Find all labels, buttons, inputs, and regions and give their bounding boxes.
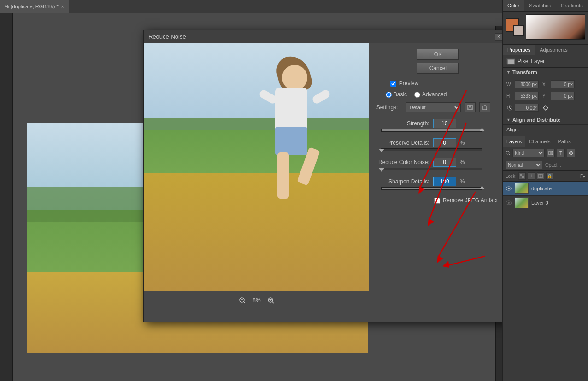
properties-tab[interactable]: Properties — [503, 45, 535, 55]
document-tab[interactable]: % (duplicate, RGB/8#) * × — [0, 0, 69, 13]
lock-all[interactable]: 🔒 — [546, 172, 553, 180]
mode-row: Basic Advanced — [386, 91, 500, 98]
layers-tab-paths[interactable]: Paths — [554, 136, 575, 147]
advanced-mode-label[interactable]: Advanced — [414, 91, 447, 98]
layer-name-duplicate: duplicate — [531, 186, 552, 191]
adjustments-tab[interactable]: Adjustments — [535, 45, 572, 55]
layers-filter-type[interactable] — [567, 149, 575, 157]
preserve-slider-thumb[interactable] — [379, 149, 384, 152]
layer-visibility-duplicate[interactable] — [506, 185, 512, 192]
color-tab-gradients[interactable]: Gradients — [556, 0, 588, 11]
layers-tab-channels[interactable]: Channels — [525, 136, 554, 147]
layers-tab-layers[interactable]: Layers — [503, 136, 525, 147]
preserve-slider[interactable] — [381, 148, 482, 151]
cancel-button[interactable]: Cancel — [417, 63, 459, 74]
color-noise-label: Reduce Color Noise: — [376, 159, 429, 165]
color-noise-slider[interactable] — [381, 168, 482, 170]
layers-filter-adjust[interactable]: T — [557, 149, 565, 157]
search-icon — [506, 151, 511, 156]
svg-rect-30 — [520, 174, 522, 176]
sharpen-slider[interactable] — [381, 187, 482, 190]
action-buttons: OK Cancel — [376, 49, 500, 74]
lock-row: Lock: ✛ 🔒 F▸ — [503, 171, 588, 182]
blend-mode-select[interactable]: Normal — [506, 161, 542, 169]
tab-close-icon[interactable]: × — [61, 4, 64, 9]
strength-input[interactable]: 10 — [433, 119, 456, 128]
x-input[interactable] — [551, 80, 575, 88]
height-input[interactable] — [515, 92, 539, 100]
preserve-input[interactable] — [433, 138, 456, 147]
dialog-title: Reduce Noise — [148, 33, 186, 40]
preserve-label-row: Preserve Details: % — [376, 138, 500, 147]
layer-visibility-layer0[interactable] — [506, 199, 512, 206]
fill-label[interactable]: F▸ — [580, 172, 585, 180]
background-swatch[interactable] — [513, 25, 524, 36]
color-noise-unit: % — [460, 159, 465, 165]
preserve-unit: % — [460, 140, 465, 146]
transform-section-header[interactable]: ▼ Transform — [503, 68, 588, 77]
strength-slider-thumb[interactable] — [479, 128, 485, 131]
sharpen-slider-thumb[interactable] — [479, 186, 485, 189]
fg-bg-swatch[interactable] — [506, 18, 524, 36]
preview-checkbox[interactable] — [390, 81, 396, 87]
layer-item-layer0[interactable]: Layer 0 — [503, 196, 588, 210]
color-tab-color[interactable]: Color — [503, 0, 524, 11]
y-input[interactable] — [551, 92, 575, 100]
lock-move[interactable]: ✛ — [528, 172, 535, 180]
dialog-close-button[interactable]: × — [495, 33, 502, 41]
transform-section: W X H Y — [503, 77, 588, 115]
preview-controls: 8% — [144, 291, 369, 309]
opacity-label: Opaci... — [545, 163, 561, 168]
settings-delete-button[interactable] — [479, 102, 490, 112]
height-row: H Y — [506, 92, 575, 100]
pixel-layer-icon — [506, 58, 515, 64]
lock-artboard[interactable] — [537, 172, 544, 180]
basic-radio[interactable] — [386, 92, 392, 98]
canvas-bg: Reduce Noise × — [13, 13, 502, 381]
color-noise-input[interactable] — [433, 158, 456, 167]
settings-save-button[interactable] — [465, 102, 476, 112]
layer-item-duplicate[interactable]: duplicate — [503, 182, 588, 196]
sharpen-input[interactable] — [433, 177, 456, 186]
svg-rect-33 — [520, 176, 522, 178]
zoom-percent[interactable]: 8% — [253, 297, 260, 304]
color-noise-label-row: Reduce Color Noise: % — [376, 158, 500, 167]
color-tab-swatches[interactable]: Swatches — [524, 0, 556, 11]
y-label: Y — [542, 94, 549, 99]
dialog-titlebar: Reduce Noise × — [144, 30, 502, 43]
preview-image — [144, 43, 369, 292]
svg-point-29 — [570, 152, 572, 154]
svg-point-40 — [508, 202, 510, 204]
svg-line-25 — [509, 154, 510, 155]
layer-name-layer0: Layer 0 — [531, 200, 548, 205]
left-toolbar — [0, 13, 13, 381]
svg-rect-10 — [483, 106, 487, 110]
align-section-header[interactable]: ▼ Align and Distribute — [503, 115, 588, 125]
angle-input[interactable] — [515, 104, 539, 112]
color-noise-slider-thumb[interactable] — [379, 168, 384, 172]
layers-mode-row: Normal Opaci... — [503, 159, 588, 171]
width-input[interactable] — [515, 80, 539, 88]
sharpen-label: Sharpen Details: — [376, 178, 429, 185]
layers-kind-select[interactable]: Kind — [512, 149, 545, 157]
layers-filter-pixel[interactable] — [547, 149, 555, 157]
preserve-label: Preserve Details: — [376, 140, 429, 146]
advanced-radio[interactable] — [414, 92, 420, 98]
zoom-in-button[interactable] — [266, 296, 276, 305]
svg-point-24 — [506, 151, 509, 154]
props-tabs: Properties Adjustments — [503, 45, 588, 55]
layers-tabs: Layers Channels Paths — [503, 136, 588, 147]
basic-mode-label[interactable]: Basic — [386, 91, 407, 98]
zoom-out-button[interactable] — [238, 296, 247, 305]
strength-slider[interactable] — [381, 129, 482, 132]
preserve-slider-row — [376, 148, 500, 151]
color-tabs: Color Swatches Gradients — [503, 0, 588, 12]
strength-row: Strength: 10 — [376, 119, 500, 132]
jpeg-artifact-checkbox[interactable] — [434, 198, 440, 204]
pixel-layer-label: Pixel Layer — [517, 58, 545, 64]
lock-checkerboard[interactable] — [518, 172, 526, 180]
h-label: H — [506, 94, 513, 99]
svg-line-4 — [272, 301, 274, 303]
settings-dropdown[interactable]: Default — [406, 102, 461, 112]
ok-button[interactable]: OK — [417, 49, 459, 60]
